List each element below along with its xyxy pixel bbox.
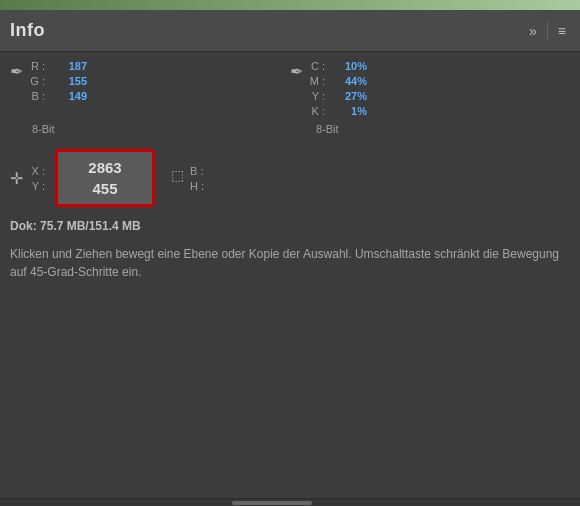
color-info-row: ✒ R : G : B : 187 155 149 ✒ C : M : xyxy=(10,60,570,117)
rect-icon: ⬚ xyxy=(171,167,184,183)
rgb-bit-label: 8-Bit xyxy=(32,123,55,135)
panel-header: Info » ≡ xyxy=(0,10,580,52)
cmyk-values: 10% 44% 27% 1% xyxy=(331,60,367,117)
crosshair-icon: ✛ xyxy=(10,169,23,188)
coordinates-row: ✛ X : Y : 2863 455 ⬚ B : H : xyxy=(10,149,570,207)
cmyk-bit-section: 8-Bit xyxy=(290,121,570,141)
rgb-values: 187 155 149 xyxy=(51,60,87,102)
bh-section: ⬚ B : H : xyxy=(171,165,204,192)
coordinate-box: 2863 455 xyxy=(55,149,155,207)
r-value: 187 xyxy=(51,60,87,72)
image-strip xyxy=(0,0,580,10)
h-label: H : xyxy=(190,180,204,192)
b-label: B : xyxy=(190,165,204,177)
g-label: G : xyxy=(29,75,45,87)
y-label: Y : xyxy=(29,180,45,192)
y-value: 455 xyxy=(92,179,117,199)
bit-labels-row: 8-Bit 8-Bit xyxy=(10,121,570,141)
m-label: M : xyxy=(309,75,325,87)
xy-labels: X : Y : xyxy=(29,165,45,192)
g-value: 155 xyxy=(51,75,87,87)
help-text: Klicken und Ziehen bewegt eine Ebene ode… xyxy=(10,245,570,281)
bh-labels: B : H : xyxy=(190,165,204,192)
eyedropper2-icon: ✒ xyxy=(290,62,303,81)
c-value: 10% xyxy=(331,60,367,72)
cmyk-bit-label: 8-Bit xyxy=(316,123,339,135)
y-label: Y : xyxy=(309,90,325,102)
panel-title: Info xyxy=(10,20,45,41)
rgb-section: ✒ R : G : B : 187 155 149 xyxy=(10,60,290,102)
forward-button[interactable]: » xyxy=(525,21,541,41)
k-value: 1% xyxy=(331,105,367,117)
b-value: 149 xyxy=(51,90,87,102)
scrollbar-thumb[interactable] xyxy=(232,501,312,505)
rgb-labels: R : G : B : xyxy=(29,60,45,102)
cmyk-labels: C : M : Y : K : xyxy=(309,60,325,117)
m-value: 44% xyxy=(331,75,367,87)
k-label: K : xyxy=(309,105,325,117)
header-separator xyxy=(547,22,548,40)
cmyk-section: ✒ C : M : Y : K : 10% 44% 27% 1% xyxy=(290,60,570,117)
rgb-bit-section: 8-Bit xyxy=(10,121,290,141)
menu-button[interactable]: ≡ xyxy=(554,21,570,41)
header-controls: » ≡ xyxy=(525,21,570,41)
x-value: 2863 xyxy=(88,158,121,178)
x-label: X : xyxy=(29,165,45,177)
info-panel: Info » ≡ ✒ R : G : B : 187 155 149 xyxy=(0,0,580,506)
b-label: B : xyxy=(29,90,45,102)
y-value: 27% xyxy=(331,90,367,102)
eyedropper-icon: ✒ xyxy=(10,62,23,81)
panel-content: ✒ R : G : B : 187 155 149 ✒ C : M : xyxy=(0,52,580,498)
c-label: C : xyxy=(309,60,325,72)
doc-info: Dok: 75.7 MB/151.4 MB xyxy=(10,219,570,233)
r-label: R : xyxy=(29,60,45,72)
scrollbar-area[interactable] xyxy=(0,498,580,506)
